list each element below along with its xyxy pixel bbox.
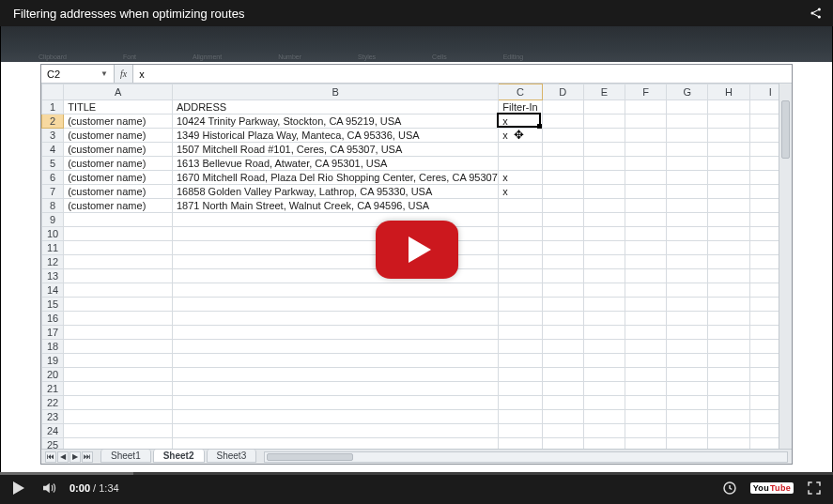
cell-H11[interactable] — [708, 241, 749, 255]
cell-E15[interactable] — [583, 298, 625, 312]
table-row[interactable]: 16 — [42, 312, 792, 326]
cell-C11[interactable] — [499, 241, 542, 255]
cell-F16[interactable] — [625, 312, 667, 326]
table-row[interactable]: 25 — [42, 438, 792, 450]
cell-E23[interactable] — [583, 410, 625, 424]
tab-nav-prev-icon[interactable]: ◀ — [57, 451, 69, 463]
cell-D4[interactable] — [542, 143, 583, 157]
cell-H24[interactable] — [708, 424, 749, 438]
row-header[interactable]: 4 — [42, 143, 64, 157]
cell-A18[interactable] — [64, 340, 173, 354]
cell-C14[interactable] — [499, 283, 542, 298]
cell-D5[interactable] — [542, 157, 583, 171]
share-icon[interactable] — [809, 6, 824, 21]
cell-H3[interactable] — [708, 129, 749, 143]
cell-D24[interactable] — [542, 424, 583, 438]
sheet-tab-sheet3[interactable]: Sheet3 — [207, 450, 257, 463]
cell-A6[interactable]: (customer name) — [64, 171, 173, 185]
cell-G13[interactable] — [667, 269, 708, 283]
cell-F8[interactable] — [625, 199, 667, 213]
tab-nav-last-icon[interactable]: ⏭ — [82, 451, 93, 463]
cell-C19[interactable] — [499, 354, 542, 368]
cell-G20[interactable] — [667, 368, 708, 382]
cell-E16[interactable] — [583, 312, 625, 326]
cell-H14[interactable] — [708, 283, 749, 298]
cell-F3[interactable] — [625, 129, 667, 143]
vertical-scrollbar[interactable] — [779, 84, 792, 449]
cell-A8[interactable]: (customer name) — [64, 199, 173, 213]
cell-E21[interactable] — [583, 382, 625, 396]
cell-E6[interactable] — [583, 171, 625, 185]
cell-F6[interactable] — [625, 171, 667, 185]
row-header[interactable]: 16 — [42, 312, 64, 326]
column-header-G[interactable]: G — [667, 84, 708, 100]
cell-G4[interactable] — [667, 143, 708, 157]
cell-A15[interactable] — [64, 298, 173, 312]
table-row[interactable]: 23 — [42, 410, 792, 424]
formula-input[interactable]: x — [133, 65, 792, 83]
cell-H1[interactable] — [708, 100, 749, 115]
cell-C16[interactable] — [499, 312, 542, 326]
cell-G22[interactable] — [667, 396, 708, 410]
cell-B3[interactable]: 1349 Historical Plaza Way, Manteca, CA 9… — [172, 129, 498, 143]
cell-F5[interactable] — [625, 157, 667, 171]
cell-B6[interactable]: 1670 Mitchell Road, Plaza Del Rio Shoppi… — [172, 171, 498, 185]
row-header[interactable]: 21 — [42, 382, 64, 396]
cell-G3[interactable] — [667, 129, 708, 143]
youtube-play-button[interactable] — [376, 221, 458, 279]
column-header-A[interactable]: A — [64, 84, 173, 100]
cell-A7[interactable]: (customer name) — [64, 185, 173, 199]
youtube-badge[interactable]: YouTube — [750, 482, 794, 494]
cell-G10[interactable] — [667, 227, 708, 241]
row-header[interactable]: 17 — [42, 326, 64, 340]
cell-F17[interactable] — [625, 326, 667, 340]
tab-nav-next-icon[interactable]: ▶ — [69, 451, 81, 463]
cell-A23[interactable] — [64, 410, 173, 424]
cell-A9[interactable] — [64, 213, 173, 227]
row-header[interactable]: 23 — [42, 410, 64, 424]
cell-H20[interactable] — [708, 368, 749, 382]
table-row[interactable]: 4(customer name)1507 Mitchell Road #101,… — [42, 143, 792, 157]
table-row[interactable]: 7(customer name)16858 Golden Valley Park… — [42, 185, 792, 199]
cell-D19[interactable] — [542, 354, 583, 368]
cell-A5[interactable]: (customer name) — [64, 157, 173, 171]
cell-E19[interactable] — [583, 354, 625, 368]
cell-D7[interactable] — [542, 185, 583, 199]
column-header-B[interactable]: B — [172, 84, 498, 100]
cell-G8[interactable] — [667, 199, 708, 213]
cell-E2[interactable] — [583, 115, 625, 129]
cell-A20[interactable] — [64, 368, 173, 382]
row-header[interactable]: 12 — [42, 255, 64, 269]
row-header[interactable]: 6 — [42, 171, 64, 185]
cell-B14[interactable] — [172, 283, 498, 298]
table-row[interactable]: 8(customer name)1871 North Main Street, … — [42, 199, 792, 213]
cell-H15[interactable] — [708, 298, 749, 312]
horizontal-scrollbar[interactable] — [264, 451, 788, 463]
cell-A22[interactable] — [64, 396, 173, 410]
table-row[interactable]: 20 — [42, 368, 792, 382]
row-header[interactable]: 22 — [42, 396, 64, 410]
cell-B4[interactable]: 1507 Mitchell Road #101, Ceres, CA 95307… — [172, 143, 498, 157]
cell-D11[interactable] — [542, 241, 583, 255]
cell-E12[interactable] — [583, 255, 625, 269]
cell-D8[interactable] — [542, 199, 583, 213]
row-header[interactable]: 15 — [42, 298, 64, 312]
cell-D6[interactable] — [542, 171, 583, 185]
cell-G18[interactable] — [667, 340, 708, 354]
cell-G6[interactable] — [667, 171, 708, 185]
cell-D25[interactable] — [542, 438, 583, 450]
cell-H17[interactable] — [708, 326, 749, 340]
row-header[interactable]: 2 — [42, 115, 64, 129]
cell-H4[interactable] — [708, 143, 749, 157]
row-header[interactable]: 1 — [42, 100, 64, 115]
cell-A16[interactable] — [64, 312, 173, 326]
row-header[interactable]: 24 — [42, 424, 64, 438]
cell-E5[interactable] — [583, 157, 625, 171]
cell-B17[interactable] — [172, 326, 498, 340]
cell-C9[interactable] — [499, 213, 542, 227]
table-row[interactable]: 17 — [42, 326, 792, 340]
cell-C3[interactable]: x — [499, 129, 542, 143]
cell-D2[interactable] — [542, 115, 583, 129]
cell-B8[interactable]: 1871 North Main Street, Walnut Creek, CA… — [172, 199, 498, 213]
cell-C21[interactable] — [499, 382, 542, 396]
